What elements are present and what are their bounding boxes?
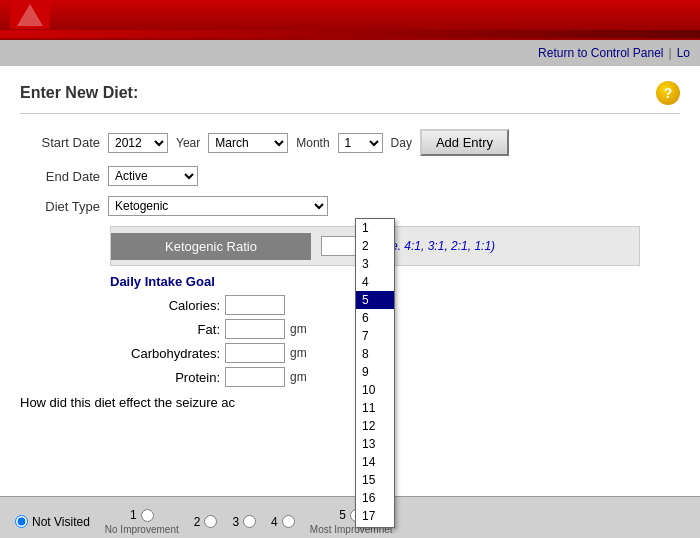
diet-type-label: Diet Type — [20, 199, 100, 214]
protein-label: Protein: — [110, 370, 220, 385]
rating-3: 3 — [232, 515, 256, 529]
rating-not-visited: Not Visited — [15, 515, 90, 529]
calories-label: Calories: — [110, 298, 220, 313]
rating-radio-0[interactable] — [15, 515, 28, 528]
day-dropdown-item[interactable]: 1 — [356, 219, 394, 237]
rating-radio-1[interactable] — [141, 509, 154, 522]
day-dropdown-overlay[interactable]: 1234567891011121314151617181920 — [355, 218, 395, 528]
day-dropdown-item[interactable]: 16 — [356, 489, 394, 507]
nav-separator: | — [669, 46, 672, 60]
month-select[interactable]: March — [208, 133, 288, 153]
red-header-strip — [0, 30, 700, 38]
day-dropdown-item[interactable]: 6 — [356, 309, 394, 327]
add-entry-button[interactable]: Add Entry — [420, 129, 509, 156]
nav-bar: Return to Control Panel | Lo — [0, 38, 700, 66]
seizure-row: How did this diet effect the seizure ac — [20, 395, 680, 410]
day-dropdown-item[interactable]: 14 — [356, 453, 394, 471]
rating-radio-3[interactable] — [243, 515, 256, 528]
protein-row: Protein: gm — [110, 367, 680, 387]
logout-link[interactable]: Lo — [677, 46, 690, 60]
day-dropdown-item[interactable]: 13 — [356, 435, 394, 453]
fat-input[interactable] — [225, 319, 285, 339]
year-label: Year — [176, 136, 200, 150]
rating-label-4: 4 — [271, 515, 278, 529]
diet-type-row: Diet Type Ketogenic — [20, 196, 680, 216]
fat-unit: gm — [290, 322, 307, 336]
rating-label-2: 2 — [194, 515, 201, 529]
rating-label-0: Not Visited — [32, 515, 90, 529]
logo — [10, 1, 50, 29]
rating-2: 2 — [194, 515, 218, 529]
month-label: Month — [296, 136, 329, 150]
day-dropdown-item[interactable]: 3 — [356, 255, 394, 273]
keto-content: :1 (ie. 4:1, 3:1, 2:1, 1:1) — [311, 231, 505, 261]
end-date-select[interactable]: Active — [108, 166, 198, 186]
help-icon[interactable]: ? — [656, 81, 680, 105]
daily-intake-title: Daily Intake Goal — [110, 274, 680, 289]
rating-label-3: 3 — [232, 515, 239, 529]
carbs-unit: gm — [290, 346, 307, 360]
carbs-label: Carbohydrates: — [110, 346, 220, 361]
day-select[interactable]: 1 — [338, 133, 383, 153]
calories-input[interactable] — [225, 295, 285, 315]
carbs-row: Carbohydrates: gm — [110, 343, 680, 363]
seizure-question: How did this diet effect the seizure ac — [20, 395, 235, 410]
rating-label-5: 5 — [339, 508, 346, 522]
start-date-label: Start Date — [20, 135, 100, 150]
calories-row: Calories: — [110, 295, 680, 315]
day-dropdown-item[interactable]: 17 — [356, 507, 394, 525]
daily-intake-section: Daily Intake Goal Calories: Fat: gm Carb… — [110, 274, 680, 387]
rating-sublabel-1: No Improvement — [105, 524, 179, 535]
fat-row: Fat: gm — [110, 319, 680, 339]
carbs-input[interactable] — [225, 343, 285, 363]
protein-unit: gm — [290, 370, 307, 384]
return-control-panel-link[interactable]: Return to Control Panel — [538, 46, 663, 60]
top-bar — [0, 0, 700, 30]
day-dropdown-item[interactable]: 4 — [356, 273, 394, 291]
rating-radio-4[interactable] — [282, 515, 295, 528]
year-select[interactable]: 2012 — [108, 133, 168, 153]
day-dropdown-item[interactable]: 12 — [356, 417, 394, 435]
rating-label-1: 1 — [130, 508, 137, 522]
rating-bar: Not Visited 1 No Improvement 2 3 — [0, 496, 700, 538]
day-dropdown-item[interactable]: 7 — [356, 327, 394, 345]
end-date-label: End Date — [20, 169, 100, 184]
page-title-bar: Enter New Diet: ? — [20, 81, 680, 114]
day-dropdown-item[interactable]: 8 — [356, 345, 394, 363]
rating-4: 4 — [271, 515, 295, 529]
day-dropdown-item[interactable]: 10 — [356, 381, 394, 399]
main-content: Enter New Diet: ? Start Date 2012 Year M… — [0, 66, 700, 538]
day-label: Day — [391, 136, 412, 150]
diet-type-select[interactable]: Ketogenic — [108, 196, 328, 216]
end-date-row: End Date Active — [20, 166, 680, 186]
protein-input[interactable] — [225, 367, 285, 387]
rating-radio-2[interactable] — [204, 515, 217, 528]
day-dropdown-item[interactable]: 18 — [356, 525, 394, 528]
day-dropdown-item[interactable]: 5 — [356, 291, 394, 309]
rating-1: 1 No Improvement — [105, 508, 179, 535]
day-dropdown-item[interactable]: 15 — [356, 471, 394, 489]
page-title-text: Enter New Diet: — [20, 84, 138, 102]
svg-marker-0 — [17, 4, 43, 26]
start-date-row: Start Date 2012 Year March Month 1 Day A… — [20, 129, 680, 156]
day-dropdown-item[interactable]: 9 — [356, 363, 394, 381]
day-dropdown-item[interactable]: 11 — [356, 399, 394, 417]
fat-label: Fat: — [110, 322, 220, 337]
day-dropdown-item[interactable]: 2 — [356, 237, 394, 255]
keto-header: Ketogenic Ratio — [111, 233, 311, 260]
